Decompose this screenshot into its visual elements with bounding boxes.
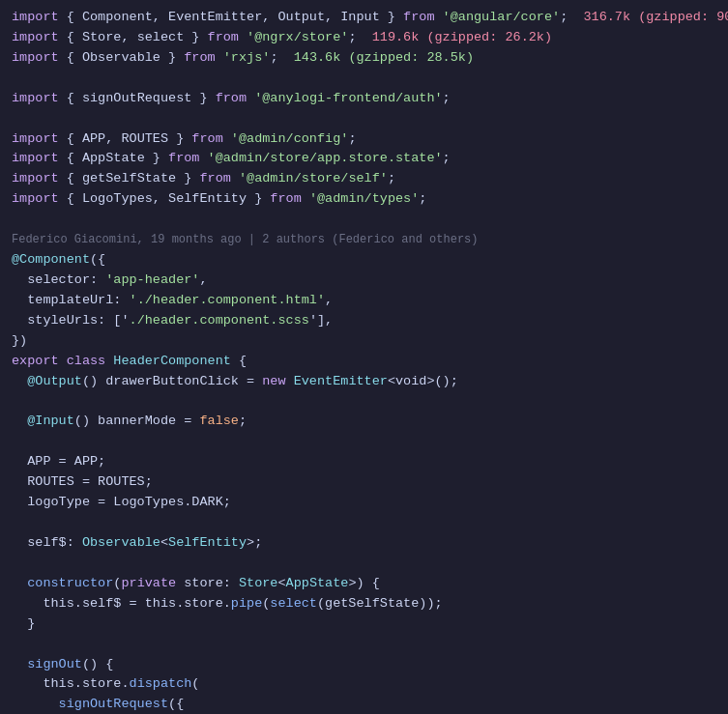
code-token: logoType = LogoTypes. <box>12 495 191 509</box>
code-token: { Observable } <box>67 50 185 65</box>
code-line: APP = APP; <box>12 452 716 472</box>
code-token: Store <box>239 576 278 590</box>
code-token: import <box>12 131 67 146</box>
code-token: '@admin/types' <box>309 191 419 206</box>
code-token: () { <box>82 657 113 671</box>
code-token: dispatch <box>130 676 192 691</box>
code-token: { AppState } <box>67 151 168 165</box>
code-token: '@admin/store/app.store.state' <box>208 151 443 165</box>
code-token: ; <box>419 191 426 206</box>
code-line: import { Observable } from 'rxjs'; 143.6… <box>12 48 716 69</box>
code-token: './header.component.html' <box>130 293 326 307</box>
code-token: @Component <box>12 252 90 267</box>
code-token: >; <box>247 535 262 550</box>
code-token: import <box>12 191 67 206</box>
code-line: import { signOutRequest } from '@anylogi… <box>12 89 716 109</box>
code-token: () drawerButtonClick = <box>82 374 262 388</box>
code-token: '@admin/config' <box>231 131 349 146</box>
code-line <box>12 109 716 129</box>
code-token: 119.6k (gzipped: 26.2k) <box>372 30 552 44</box>
code-token: pipe <box>231 596 262 611</box>
code-token: import <box>12 91 67 105</box>
code-token: false <box>199 414 239 428</box>
code-line: }) <box>12 331 716 352</box>
code-token: from <box>199 171 239 186</box>
code-token: ({ <box>90 252 105 267</box>
code-token: from <box>270 191 309 206</box>
code-line: import { APP, ROUTES } from '@admin/conf… <box>12 129 716 150</box>
code-line: styleUrls: ['./header.component.scss'], <box>12 311 716 331</box>
code-editor: import { Component, EventEmitter, Output… <box>12 8 716 714</box>
code-line: @Component({ <box>12 250 716 271</box>
code-token: { APP, ROUTES } <box>67 131 192 146</box>
code-token: from <box>216 91 255 105</box>
code-token: store: <box>184 576 239 590</box>
code-token: private <box>121 576 184 590</box>
code-token: { getSelfState } <box>67 171 200 186</box>
code-line: @Input() bannerMode = false; <box>12 412 716 432</box>
code-token: 'rxjs' <box>223 50 271 65</box>
code-line: this.store.dispatch( <box>12 674 716 695</box>
code-token: ({ <box>168 697 184 711</box>
code-token: [' <box>113 313 129 328</box>
code-token: import <box>12 50 67 65</box>
code-token: '@angular/core' <box>443 10 561 24</box>
code-token: from <box>184 50 223 65</box>
code-token: , <box>199 272 207 287</box>
code-token: new <box>262 374 293 388</box>
code-token: DARK <box>191 495 222 509</box>
code-token: '] <box>309 313 325 328</box>
code-token: 'app-header' <box>105 272 199 287</box>
code-token: selector: <box>12 272 105 287</box>
code-token: self$: <box>12 535 82 550</box>
code-line <box>12 432 716 452</box>
code-token: templateUrl: <box>12 293 130 307</box>
code-line: this.self$ = this.store.pipe(select(getS… <box>12 594 716 614</box>
code-token: signOut <box>12 657 82 671</box>
code-line: Federico Giacomini, 19 months ago | 2 au… <box>12 230 716 250</box>
code-token: { Store, select } <box>67 30 208 44</box>
code-token: '@anylogi-frontend/auth' <box>254 91 442 105</box>
code-token: < <box>277 576 285 590</box>
code-token: ; <box>451 374 458 388</box>
code-token: ( <box>191 676 199 691</box>
code-token: from <box>403 10 443 24</box>
code-token: { Component, EventEmitter, Output, Input… <box>67 10 403 24</box>
code-token: { signOutRequest } <box>67 91 216 105</box>
git-blame: Federico Giacomini, 19 months ago | 2 au… <box>12 233 478 246</box>
code-token: EventEmitter <box>294 374 388 388</box>
code-line: signOut() { <box>12 655 716 675</box>
code-token: select <box>270 596 317 611</box>
code-token: ; <box>348 30 371 44</box>
code-line <box>12 69 716 89</box>
code-token: () bannerMode = <box>74 414 200 428</box>
code-token: , <box>325 313 333 328</box>
code-token: ; <box>443 151 451 165</box>
code-token: import <box>12 30 67 44</box>
code-token: }) <box>12 333 27 348</box>
code-line: import { AppState } from '@admin/store/a… <box>12 149 716 169</box>
code-token: } <box>12 616 35 631</box>
code-token: export <box>12 354 67 368</box>
code-token: ; <box>388 171 395 186</box>
code-line: import { Component, EventEmitter, Output… <box>12 8 716 28</box>
code-token: from <box>191 131 231 146</box>
code-token: <void>() <box>388 374 451 388</box>
code-line: @Output() drawerButtonClick = new EventE… <box>12 372 716 392</box>
code-line: export class HeaderComponent { <box>12 352 716 372</box>
code-token: ; <box>443 91 451 105</box>
code-token: from <box>208 30 248 44</box>
code-line <box>12 513 716 533</box>
code-token: SelfEntity <box>168 535 247 550</box>
code-line <box>12 554 716 574</box>
code-token: class <box>67 354 114 368</box>
code-token: (getSelfState)); <box>317 596 443 611</box>
code-line: } <box>12 614 716 635</box>
code-token: 316.7k (gzipped: 90.9k) <box>583 10 728 24</box>
code-token: import <box>12 10 67 24</box>
code-token: import <box>12 151 67 165</box>
code-token: 143.6k (gzipped: 28.5k) <box>294 50 474 65</box>
code-token: styleUrls: <box>12 313 113 328</box>
code-line: logoType = LogoTypes.DARK; <box>12 493 716 513</box>
code-token: constructor <box>12 576 113 590</box>
